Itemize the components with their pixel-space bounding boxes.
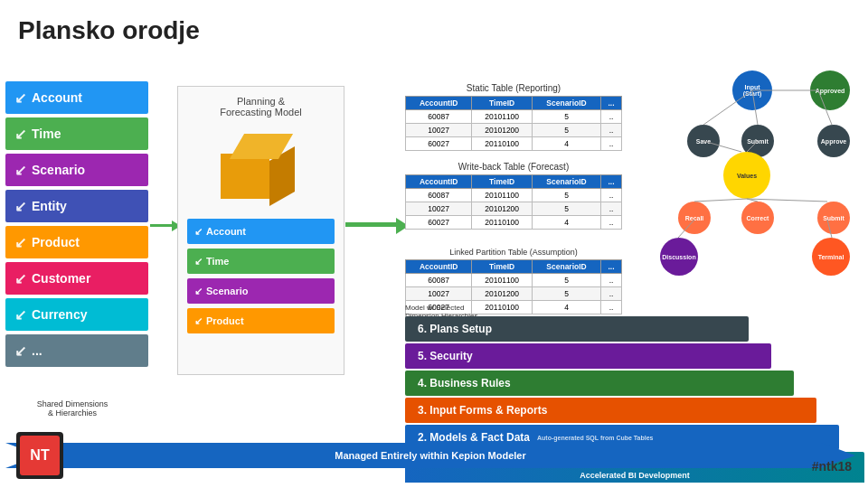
writeback-table-label: Write-back Table (Forecast) bbox=[405, 162, 622, 172]
accel-bar: Accelerated BI Development bbox=[405, 468, 864, 483]
workflow-area: Input(Start) Approved Save Submit Approv… bbox=[651, 61, 859, 287]
table-cell: 5 bbox=[533, 189, 601, 202]
plan-item-time[interactable]: ↙ Time bbox=[187, 249, 335, 274]
sidebar-item-entity[interactable]: ↙ Entity bbox=[5, 190, 148, 222]
sidebar-item-scenario[interactable]: ↙ Scenario bbox=[5, 154, 148, 186]
wf-node-values: Values bbox=[723, 152, 770, 199]
wf-node-reject: Submit bbox=[817, 202, 850, 234]
table-cell: 4 bbox=[533, 301, 601, 314]
cube-front bbox=[221, 154, 269, 199]
table-cell: 4 bbox=[533, 137, 601, 151]
wb-col-4: ... bbox=[601, 175, 622, 189]
table-cell: 60087 bbox=[406, 189, 472, 202]
writeback-table: AccountID TimeID ScenarioID ... 60087201… bbox=[405, 174, 622, 230]
planning-box: Planning & Forecasting Model ↙ Account ↙… bbox=[177, 86, 344, 375]
plan-item-scenario[interactable]: ↙ Scenario bbox=[187, 278, 335, 304]
arrow-to-planning bbox=[150, 224, 175, 227]
table-cell: 20110100 bbox=[472, 137, 533, 151]
layer-input-forms: 3. Input Forms & Reports bbox=[405, 398, 816, 423]
layer-business-rules: 4. Business Rules bbox=[405, 371, 794, 396]
wf-node-save: Save bbox=[687, 125, 720, 157]
table-cell: 60087 bbox=[406, 274, 472, 287]
table-cell: 20110100 bbox=[472, 301, 533, 314]
static-table-label: Static Table (Reporting) bbox=[405, 83, 622, 93]
table-cell: 4 bbox=[533, 216, 601, 230]
shared-label: Shared Dimensions& Hierarchies bbox=[18, 399, 127, 418]
sidebar: ↙ Account ↙ Time ↙ Scenario ↙ Entity ↙ P… bbox=[5, 81, 148, 367]
sidebar-item-account[interactable]: ↙ Account bbox=[5, 81, 148, 114]
table-cell: 20101200 bbox=[472, 202, 533, 216]
table-cell: .. bbox=[601, 110, 622, 124]
wb-col-2: TimeID bbox=[472, 175, 533, 189]
table-row: 60087201011005.. bbox=[406, 110, 622, 124]
table-cell: .. bbox=[601, 301, 622, 314]
account-icon: ↙ bbox=[14, 89, 26, 107]
wb-col-1: AccountID bbox=[406, 175, 472, 189]
table-row: 60087201011005.. bbox=[406, 189, 622, 202]
lpt-col-4: ... bbox=[601, 260, 622, 274]
table-cell: .. bbox=[601, 274, 622, 287]
scenario-icon: ↙ bbox=[14, 162, 26, 179]
static-col-3: ScenarioID bbox=[533, 97, 601, 110]
sidebar-item-currency[interactable]: ↙ Currency bbox=[5, 298, 148, 331]
table-cell: 60087 bbox=[406, 110, 472, 124]
table-cell: 5 bbox=[533, 110, 601, 124]
table-cell: .. bbox=[601, 189, 622, 202]
layer-security: 5. Security bbox=[405, 343, 771, 369]
table-row: 10027201012005.. bbox=[406, 287, 622, 301]
time-icon: ↙ bbox=[14, 126, 26, 143]
currency-icon: ↙ bbox=[14, 306, 26, 324]
entity-icon: ↙ bbox=[14, 198, 26, 215]
table-cell: 20101100 bbox=[472, 189, 533, 202]
lpt-col-3: ScenarioID bbox=[533, 260, 601, 274]
static-table: AccountID TimeID ScenarioID ... 60087201… bbox=[405, 96, 622, 151]
table-cell: 20110100 bbox=[472, 216, 533, 230]
table-cell: 20101100 bbox=[472, 110, 533, 124]
static-col-1: AccountID bbox=[406, 97, 472, 110]
table-cell: .. bbox=[601, 137, 622, 151]
lpt-col-1: AccountID bbox=[406, 260, 472, 274]
sidebar-item-customer[interactable]: ↙ Customer bbox=[5, 262, 148, 295]
wf-node-discussion: Discussion bbox=[660, 238, 698, 276]
planning-inner: ↙ Account ↙ Time ↙ Scenario ↙ Product bbox=[178, 219, 344, 333]
ntk-inner: NT bbox=[20, 436, 60, 475]
table-cell: 60027 bbox=[406, 137, 472, 151]
table-cell: 20101100 bbox=[472, 274, 533, 287]
table-cell: 5 bbox=[533, 124, 601, 137]
wf-node-input: Input(Start) bbox=[732, 70, 772, 110]
table-row: 60027201101004.. bbox=[406, 216, 622, 230]
bottom-banner: Managed Entirely within Kepion Modeler bbox=[5, 443, 855, 468]
product-icon: ↙ bbox=[14, 234, 26, 251]
table-cell: .. bbox=[601, 124, 622, 137]
customer-icon: ↙ bbox=[14, 270, 26, 287]
plan-item-product[interactable]: ↙ Product bbox=[187, 308, 335, 333]
table-row: 60027201101004.. bbox=[406, 137, 622, 151]
wf-node-correct: Correct bbox=[741, 202, 774, 234]
table-cell: 10027 bbox=[406, 124, 472, 137]
wf-node-terminal: Terminal bbox=[812, 238, 850, 276]
arrow-to-tables bbox=[345, 222, 400, 227]
plan-item-account[interactable]: ↙ Account bbox=[187, 219, 335, 244]
hashtag: #ntk18 bbox=[812, 459, 852, 474]
svg-line-6 bbox=[694, 199, 747, 202]
wf-node-recall: Recall bbox=[678, 202, 711, 234]
planning-label: Planning & Forecasting Model bbox=[220, 96, 302, 117]
wf-node-approved: Approved bbox=[810, 70, 850, 110]
table-cell: 10027 bbox=[406, 287, 472, 301]
table-cell: 5 bbox=[533, 202, 601, 216]
table-cell: .. bbox=[601, 216, 622, 230]
sidebar-item-product[interactable]: ↙ Product bbox=[5, 226, 148, 258]
sidebar-item-time[interactable]: ↙ Time bbox=[5, 117, 148, 150]
planning-cube bbox=[221, 134, 302, 206]
table-row: 10027201012005.. bbox=[406, 124, 622, 137]
linked-table-label: Linked Partition Table (Assumption) bbox=[405, 248, 622, 257]
table-cell: 10027 bbox=[406, 202, 472, 216]
table-row: 60087201011005.. bbox=[406, 274, 622, 287]
table-cell: 5 bbox=[533, 274, 601, 287]
wf-node-approve: Approve bbox=[817, 125, 850, 157]
more-icon: ↙ bbox=[14, 343, 26, 360]
sidebar-item-more[interactable]: ↙ ... bbox=[5, 334, 148, 367]
ntk-logo: NT bbox=[16, 432, 63, 479]
static-col-4: ... bbox=[601, 97, 622, 110]
table-cell: 5 bbox=[533, 287, 601, 301]
